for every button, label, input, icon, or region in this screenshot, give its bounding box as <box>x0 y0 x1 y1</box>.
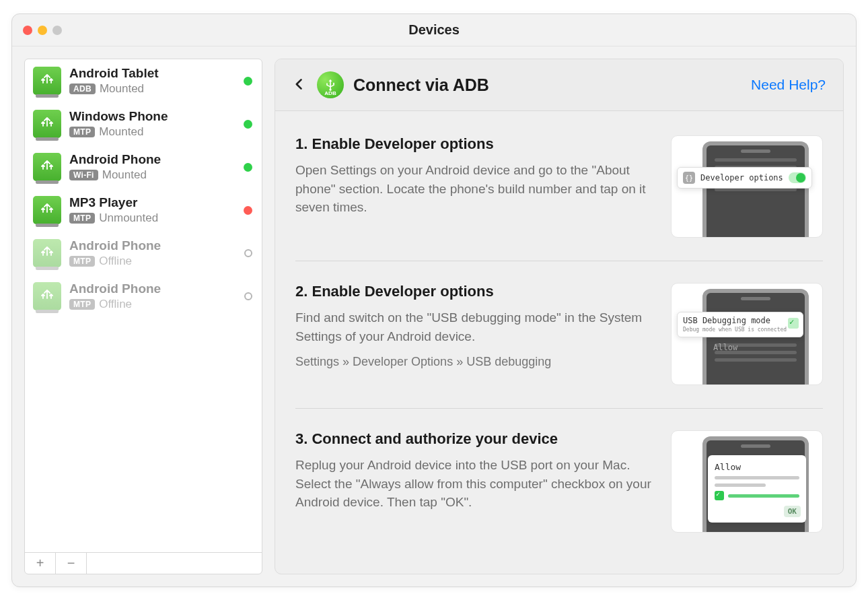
status-dot <box>244 120 252 129</box>
status-dot <box>244 249 252 257</box>
toggle-icon <box>789 172 806 183</box>
device-status: Offline <box>99 298 132 311</box>
pill-text: Developer options <box>700 173 783 182</box>
device-sub: Wi-FiMounted <box>69 168 236 182</box>
step-text: 1. Enable Developer options Open Setting… <box>295 135 653 238</box>
device-name: Android Phone <box>69 152 236 167</box>
device-drive-icon <box>33 67 61 95</box>
adb-label: ADB <box>324 90 336 96</box>
device-meta: Android PhoneMTPOffline <box>69 281 236 311</box>
chevron-left-icon <box>293 77 306 91</box>
step-3: 3. Connect and authorize your device Rep… <box>295 409 823 556</box>
device-row[interactable]: Android TabletADBMounted <box>25 59 262 102</box>
close-icon[interactable] <box>23 26 32 35</box>
device-row[interactable]: Android PhoneMTPOffline <box>25 275 262 318</box>
device-status: Mounted <box>99 125 143 139</box>
status-dot <box>244 163 252 172</box>
device-drive-icon <box>33 282 61 310</box>
remove-device-button[interactable]: − <box>56 553 87 574</box>
step-text: 3. Connect and authorize your device Rep… <box>295 430 653 533</box>
device-name: MP3 Player <box>69 195 236 210</box>
usb-icon <box>324 78 337 92</box>
braces-icon: {} <box>683 172 695 184</box>
main-panel: ADB Connect via ADB Need Help? 1. Enable… <box>275 59 844 574</box>
device-drive-icon <box>33 153 61 181</box>
device-sub: MTPUnmounted <box>69 211 236 225</box>
device-name: Windows Phone <box>69 109 236 124</box>
ok-button-label: OK <box>784 506 801 517</box>
step-1: 1. Enable Developer options Open Setting… <box>295 114 823 261</box>
usb-debugging-pill: USB Debugging mode Debug mode when USB i… <box>677 312 803 337</box>
device-name: Android Phone <box>69 238 236 253</box>
device-status: Offline <box>99 255 132 268</box>
connection-badge: MTP <box>69 127 95 137</box>
back-button[interactable] <box>293 74 308 96</box>
settings-path: Settings » Developer Options » USB debug… <box>295 355 653 369</box>
device-status: Unmounted <box>99 211 158 225</box>
device-sub: MTPOffline <box>69 255 236 268</box>
checkbox-icon <box>715 491 724 500</box>
device-row[interactable]: MP3 PlayerMTPUnmounted <box>25 189 262 232</box>
add-device-button[interactable]: + <box>25 553 56 574</box>
window-controls <box>23 26 62 35</box>
device-meta: Android TabletADBMounted <box>69 66 236 96</box>
status-dot <box>244 292 252 300</box>
device-name: Android Phone <box>69 281 236 296</box>
pill-text: USB Debugging mode <box>683 316 797 325</box>
device-status: Mounted <box>100 82 144 96</box>
step-illustration: Allow OK <box>671 430 823 533</box>
connection-badge: MTP <box>69 299 95 310</box>
help-link[interactable]: Need Help? <box>751 77 826 93</box>
device-sub: MTPOffline <box>69 298 236 311</box>
device-meta: Windows PhoneMTPMounted <box>69 109 236 139</box>
sidebar: Android TabletADBMountedWindows PhoneMTP… <box>24 59 262 574</box>
device-drive-icon <box>33 239 61 267</box>
step-text: 2. Enable Developer options Find and swi… <box>295 283 653 385</box>
sidebar-footer: + − <box>25 552 262 574</box>
device-status: Mounted <box>102 168 147 182</box>
connection-badge: MTP <box>69 256 95 267</box>
device-meta: MP3 PlayerMTPUnmounted <box>69 195 236 225</box>
connection-badge: Wi-Fi <box>69 170 98 180</box>
device-drive-icon <box>33 196 61 224</box>
titlebar: Devices <box>12 14 856 46</box>
page-title: Connect via ADB <box>353 75 742 95</box>
device-meta: Android PhoneMTPOffline <box>69 238 236 268</box>
device-drive-icon <box>33 110 61 138</box>
step-desc: Find and switch on the "USB debugging mo… <box>295 308 653 345</box>
step-title: 3. Connect and authorize your device <box>295 430 653 448</box>
developer-options-pill: {} Developer options <box>677 167 812 189</box>
pill-sub: Debug mode when USB is connected <box>683 327 797 333</box>
allow-label: Allow <box>715 462 799 472</box>
connection-badge: ADB <box>69 83 96 94</box>
step-desc: Replug your Android device into the USB … <box>295 456 653 512</box>
device-row[interactable]: Android PhoneMTPOffline <box>25 232 262 275</box>
device-meta: Android PhoneWi-FiMounted <box>69 152 236 182</box>
app-window: Devices Android TabletADBMountedWindows … <box>11 13 857 587</box>
step-title: 1. Enable Developer options <box>295 135 653 153</box>
step-illustration: {} Developer options <box>671 135 823 238</box>
device-name: Android Tablet <box>69 66 236 81</box>
step-desc: Open Settings on your Android device and… <box>295 161 653 217</box>
status-dot <box>244 77 252 86</box>
connection-badge: MTP <box>69 213 95 224</box>
allow-dialog: Allow OK <box>708 455 806 523</box>
checkbox-icon <box>788 318 799 329</box>
step-illustration: USB Debugging mode Debug mode when USB i… <box>671 283 823 385</box>
device-row[interactable]: Android PhoneWi-FiMounted <box>25 145 262 189</box>
device-sub: ADBMounted <box>69 82 236 96</box>
window-title: Devices <box>12 22 856 38</box>
adb-icon: ADB <box>317 71 344 98</box>
steps: 1. Enable Developer options Open Setting… <box>275 111 843 574</box>
device-list: Android TabletADBMountedWindows PhoneMTP… <box>25 59 262 552</box>
device-row[interactable]: Windows PhoneMTPMounted <box>25 102 262 145</box>
status-dot <box>244 206 252 215</box>
body: Android TabletADBMountedWindows PhoneMTP… <box>12 46 856 587</box>
device-sub: MTPMounted <box>69 125 236 139</box>
phone-mock <box>702 141 809 238</box>
step-title: 2. Enable Developer options <box>295 283 653 300</box>
zoom-icon[interactable] <box>52 26 62 35</box>
main-header: ADB Connect via ADB Need Help? <box>275 59 843 111</box>
step-2: 2. Enable Developer options Find and swi… <box>295 261 823 409</box>
minimize-icon[interactable] <box>38 26 47 35</box>
